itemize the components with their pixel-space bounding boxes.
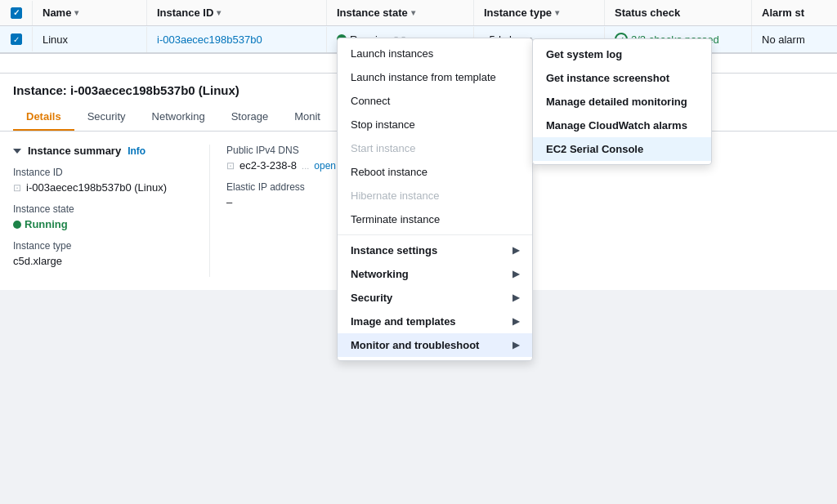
context-menu: Launch instances Launch instance from te…: [337, 38, 533, 290]
row-select-checkbox[interactable]: [11, 33, 22, 45]
col-header-type[interactable]: Instance type ▾: [474, 0, 605, 25]
monitor-submenu: Get system log Get instance screenshot M…: [532, 38, 712, 165]
submenu-ec2-serial-console[interactable]: EC2 Serial Console: [533, 137, 711, 161]
menu-connect[interactable]: Connect: [338, 89, 532, 113]
col-header-state[interactable]: Instance state ▾: [327, 0, 474, 25]
menu-launch-instances[interactable]: Launch instances: [338, 42, 532, 65]
row-name: Linux: [33, 27, 147, 52]
type-label: Instance type: [13, 240, 177, 252]
menu-reboot-instance[interactable]: Reboot instance: [338, 160, 532, 184]
instance-id-sort-icon[interactable]: ▾: [217, 8, 221, 17]
collapse-icon[interactable]: [13, 149, 21, 154]
menu-launch-from-template[interactable]: Launch instance from template: [338, 65, 532, 89]
menu-networking[interactable]: Networking ▶: [338, 262, 532, 286]
state-value: Running: [13, 218, 177, 230]
running-dot: [13, 221, 21, 229]
menu-terminate-instance[interactable]: Terminate instance: [338, 207, 532, 231]
row-checkbox[interactable]: [0, 27, 33, 51]
submenu-manage-cloudwatch[interactable]: Manage CloudWatch alarms: [533, 114, 711, 137]
table-header: Name ▾ Instance ID ▾ Instance state ▾ In…: [0, 0, 837, 26]
tab-details[interactable]: Details: [13, 104, 74, 131]
submenu-manage-detailed-monitoring[interactable]: Manage detailed monitoring: [533, 90, 711, 114]
info-link[interactable]: Info: [128, 145, 145, 157]
submenu-get-system-log[interactable]: Get system log: [533, 42, 711, 66]
tab-networking[interactable]: Networking: [139, 104, 218, 131]
state-label: Instance state: [13, 203, 177, 215]
section-header: Instance summary Info: [13, 145, 177, 157]
col-header-name[interactable]: Name ▾: [33, 0, 147, 25]
menu-divider-1: [338, 234, 532, 235]
name-sort-icon[interactable]: ▾: [74, 8, 78, 17]
tab-security[interactable]: Security: [74, 104, 139, 131]
type-value: c5d.xlarge: [13, 255, 177, 267]
copy-ipv4-icon[interactable]: ⊡: [226, 160, 235, 172]
tab-monitoring[interactable]: Monit: [281, 104, 327, 131]
instance-summary-section: Instance summary Info Instance ID ⊡ i-00…: [13, 145, 177, 277]
submenu-get-instance-screenshot[interactable]: Get instance screenshot: [533, 66, 711, 90]
copy-instance-id-icon[interactable]: ⊡: [13, 182, 21, 194]
select-all-checkbox[interactable]: [11, 7, 22, 19]
type-sort-icon[interactable]: ▾: [555, 8, 559, 17]
menu-security[interactable]: Security ▶: [338, 286, 532, 290]
instance-id-link[interactable]: i-003aecec198b537b0: [157, 33, 262, 46]
instance-id-label: Instance ID: [13, 167, 177, 178]
tab-storage[interactable]: Storage: [218, 104, 282, 131]
instance-id-value: ⊡ i-003aecec198b537b0 (Linux): [13, 181, 177, 194]
menu-stop-instance[interactable]: Stop instance: [338, 113, 532, 136]
ipv4-truncated: ...: [302, 161, 309, 171]
col-header-instance-id[interactable]: Instance ID ▾: [147, 0, 327, 25]
col-header-alarm: Alarm st: [752, 0, 837, 25]
menu-instance-settings[interactable]: Instance settings ▶: [338, 239, 532, 262]
section-title: Instance summary: [28, 145, 121, 157]
menu-start-instance: Start instance: [338, 136, 532, 160]
state-sort-icon[interactable]: ▾: [411, 8, 415, 17]
networking-arrow: ▶: [512, 269, 519, 279]
menu-hibernate-instance: Hibernate instance: [338, 184, 532, 207]
instance-settings-arrow: ▶: [512, 245, 519, 256]
col-header-check: [0, 1, 33, 25]
row-instance-id[interactable]: i-003aecec198b537b0: [147, 27, 327, 52]
running-state-indicator: Running: [13, 218, 68, 230]
row-alarm: No alarm: [752, 27, 837, 52]
col-header-status[interactable]: Status check: [605, 0, 752, 25]
